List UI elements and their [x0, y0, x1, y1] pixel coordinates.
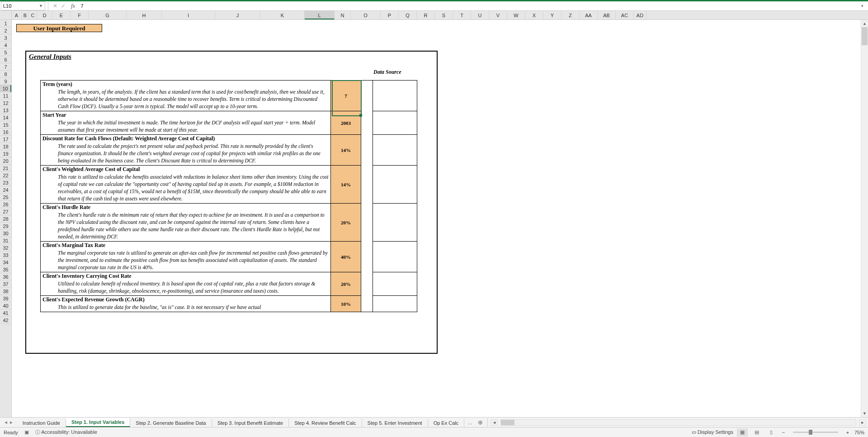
- data-source-cell[interactable]: [373, 166, 417, 204]
- row-header-42[interactable]: 42: [0, 317, 11, 324]
- fx-icon[interactable]: fx: [71, 2, 75, 10]
- input-value-cell[interactable]: 14%: [331, 135, 361, 166]
- row-header-9[interactable]: 9: [0, 78, 11, 85]
- row-header-23[interactable]: 23: [0, 179, 11, 186]
- data-source-cell[interactable]: [373, 111, 417, 135]
- row-header-8[interactable]: 8: [0, 71, 11, 78]
- view-normal-icon[interactable]: ▦: [737, 428, 748, 437]
- column-header-T[interactable]: T: [453, 11, 471, 19]
- cancel-formula-icon[interactable]: ✕: [51, 3, 59, 9]
- column-header-N[interactable]: N: [335, 11, 351, 19]
- row-header-14[interactable]: 14: [0, 114, 11, 121]
- row-header-7[interactable]: 7: [0, 63, 11, 71]
- column-header-V[interactable]: V: [489, 11, 507, 19]
- zoom-out-button[interactable]: −: [780, 430, 787, 435]
- data-source-cell[interactable]: [373, 204, 417, 242]
- row-header-15[interactable]: 15: [0, 121, 11, 128]
- vscroll-track[interactable]: [861, 27, 868, 410]
- row-header-16[interactable]: 16: [0, 128, 11, 136]
- input-value-cell[interactable]: 2003: [331, 111, 361, 135]
- hscroll-right-icon[interactable]: ►: [859, 419, 866, 426]
- column-header-B[interactable]: B: [22, 11, 29, 19]
- row-header-29[interactable]: 29: [0, 223, 11, 230]
- row-header-35[interactable]: 35: [0, 266, 11, 273]
- sheet-tab[interactable]: Instruction Guide: [17, 419, 66, 427]
- view-page-break-icon[interactable]: ▯: [766, 428, 777, 437]
- hscroll-track[interactable]: [500, 419, 856, 426]
- input-value-cell[interactable]: 20%: [331, 272, 361, 296]
- data-source-cell[interactable]: [373, 272, 417, 296]
- zoom-level[interactable]: 75%: [854, 430, 864, 435]
- data-source-cell[interactable]: [373, 81, 417, 111]
- view-page-layout-icon[interactable]: ▤: [751, 428, 762, 437]
- row-header-30[interactable]: 30: [0, 230, 11, 237]
- input-value-cell[interactable]: 40%: [331, 242, 361, 272]
- scroll-down-icon[interactable]: ▼: [861, 410, 868, 417]
- column-header-F[interactable]: F: [71, 11, 89, 19]
- sheet-tab[interactable]: Step 2. Generate Baseline Data: [130, 419, 212, 427]
- column-header-U[interactable]: U: [471, 11, 489, 19]
- row-header-26[interactable]: 26: [0, 201, 11, 208]
- column-header-C[interactable]: C: [29, 11, 37, 19]
- column-header-L[interactable]: L: [305, 11, 335, 19]
- row-header-13[interactable]: 13: [0, 107, 11, 114]
- row-header-28[interactable]: 28: [0, 215, 11, 223]
- column-header-J[interactable]: J: [215, 11, 260, 19]
- row-header-12[interactable]: 12: [0, 100, 11, 107]
- column-header-X[interactable]: X: [525, 11, 543, 19]
- more-tabs[interactable]: ...: [464, 418, 476, 427]
- column-header-I[interactable]: I: [162, 11, 215, 19]
- hscroll-thumb[interactable]: [501, 420, 514, 425]
- column-header-H[interactable]: H: [127, 11, 162, 19]
- hscroll-left-icon[interactable]: ◄: [491, 419, 498, 426]
- data-source-cell[interactable]: [373, 296, 417, 312]
- select-all-corner[interactable]: [0, 11, 12, 19]
- data-source-cell[interactable]: [373, 242, 417, 272]
- column-header-P[interactable]: P: [381, 11, 399, 19]
- row-header-33[interactable]: 33: [0, 252, 11, 259]
- name-box[interactable]: L10 ▼: [1, 1, 45, 10]
- row-header-32[interactable]: 32: [0, 244, 11, 252]
- vscroll-thumb[interactable]: [862, 27, 868, 45]
- sheet-tab[interactable]: Op Ex Calc: [428, 419, 465, 427]
- column-header-W[interactable]: W: [507, 11, 525, 19]
- data-source-cell[interactable]: [373, 135, 417, 166]
- column-header-A[interactable]: A: [12, 11, 22, 19]
- row-header-39[interactable]: 39: [0, 295, 11, 302]
- column-header-Q[interactable]: Q: [399, 11, 417, 19]
- row-header-4[interactable]: 4: [0, 42, 11, 49]
- input-value-cell[interactable]: 10%: [331, 296, 361, 312]
- zoom-slider-thumb[interactable]: [809, 430, 812, 435]
- column-header-AD[interactable]: AD: [634, 11, 646, 19]
- row-header-27[interactable]: 27: [0, 208, 11, 215]
- column-header-O[interactable]: O: [351, 11, 381, 19]
- row-header-18[interactable]: 18: [0, 143, 11, 150]
- formula-input[interactable]: [79, 2, 858, 10]
- accept-formula-icon[interactable]: ✓: [59, 3, 67, 9]
- zoom-slider[interactable]: [793, 432, 838, 433]
- name-box-dropdown-icon[interactable]: ▼: [39, 4, 43, 8]
- row-header-19[interactable]: 19: [0, 150, 11, 157]
- accessibility-status[interactable]: ⓘ Accessibility: Unavailable: [35, 429, 97, 436]
- sheet-tab[interactable]: Step 5. Enter Investment: [362, 419, 428, 427]
- tab-nav-next-icon[interactable]: ►: [9, 420, 14, 425]
- column-header-G[interactable]: G: [89, 11, 127, 19]
- row-header-38[interactable]: 38: [0, 288, 11, 295]
- row-header-22[interactable]: 22: [0, 172, 11, 179]
- column-header-Y[interactable]: Y: [543, 11, 561, 19]
- row-header-24[interactable]: 24: [0, 186, 11, 194]
- row-header-2[interactable]: 2: [0, 27, 11, 34]
- horizontal-scrollbar[interactable]: ◄ ►: [491, 419, 868, 426]
- row-header-17[interactable]: 17: [0, 136, 11, 143]
- vertical-scrollbar[interactable]: ▲ ▼: [861, 20, 868, 417]
- row-header-37[interactable]: 37: [0, 280, 11, 288]
- display-settings-button[interactable]: ▭ Display Settings: [692, 429, 733, 435]
- input-value-cell[interactable]: 20%: [331, 204, 361, 242]
- row-header-31[interactable]: 31: [0, 237, 11, 244]
- row-header-21[interactable]: 21: [0, 165, 11, 172]
- row-header-41[interactable]: 41: [0, 309, 11, 317]
- tab-split[interactable]: [487, 418, 488, 427]
- macro-record-icon[interactable]: ▣: [24, 429, 29, 435]
- tab-nav-prev-icon[interactable]: ◄: [4, 420, 8, 425]
- column-header-R[interactable]: R: [417, 11, 435, 19]
